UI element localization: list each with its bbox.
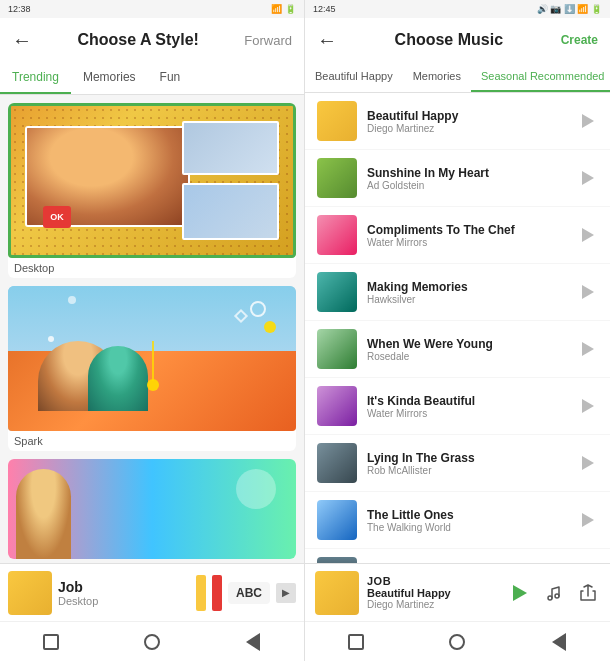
- nav-back-icon[interactable]: [242, 631, 264, 653]
- style-card-colorful[interactable]: [8, 459, 296, 559]
- tab-memories[interactable]: Memories: [71, 62, 148, 94]
- left-nav-bar: [0, 621, 304, 661]
- music-info-5: When We Were Young Rosedale: [367, 337, 578, 362]
- music-artist-2: Ad Goldstein: [367, 180, 578, 191]
- colorful-preview: [8, 459, 296, 559]
- play-icon-7[interactable]: [578, 453, 598, 473]
- music-title-7: Lying In The Grass: [367, 451, 578, 465]
- right-bottom-title: JOB: [367, 575, 500, 587]
- play-icon-4[interactable]: [578, 282, 598, 302]
- deco-dot3: [48, 336, 54, 342]
- music-thumb-8: [317, 500, 357, 540]
- right-nav-circle-icon[interactable]: [446, 631, 468, 653]
- music-item-7[interactable]: Lying In The Grass Rob McAllister: [305, 435, 610, 492]
- style-card-spark[interactable]: Spark: [8, 286, 296, 451]
- music-info-8: The Little Ones The Walking World: [367, 508, 578, 533]
- play-icon-6[interactable]: [578, 396, 598, 416]
- music-thumb-6: [317, 386, 357, 426]
- right-back-button[interactable]: ←: [317, 29, 337, 52]
- music-item-3[interactable]: Compliments To The Chef Water Mirrors: [305, 207, 610, 264]
- yellow-line: [152, 341, 154, 381]
- right-title: Choose Music: [337, 31, 561, 49]
- music-item-1[interactable]: Beautiful Happy Diego Martinez: [305, 93, 610, 150]
- left-header: ← Choose A Style! Forward: [0, 18, 304, 62]
- left-title: Choose A Style!: [32, 31, 244, 49]
- tab-trending[interactable]: Trending: [0, 62, 71, 94]
- play-icon-3[interactable]: [578, 225, 598, 245]
- right-bottom-thumb: [315, 571, 359, 615]
- tab-memories-right[interactable]: Memories: [403, 62, 471, 92]
- music-artist-3: Water Mirrors: [367, 237, 578, 248]
- music-artist-4: Hawksilver: [367, 294, 578, 305]
- desktop-preview: OK: [8, 103, 296, 258]
- play-icon-1[interactable]: [578, 111, 598, 131]
- svg-point-0: [548, 596, 552, 600]
- right-panel: 12:45 🔊 📷 ⬇️ 📶 🔋 ← Choose Music Create B…: [305, 0, 610, 661]
- style-card-desktop[interactable]: OK Desktop: [8, 103, 296, 278]
- left-tabs: Trending Memories Fun: [0, 62, 304, 95]
- nav-circle-icon[interactable]: [141, 631, 163, 653]
- music-info-1: Beautiful Happy Diego Martinez: [367, 109, 578, 134]
- music-title-2: Sunshine In My Heart: [367, 166, 578, 180]
- music-info-7: Lying In The Grass Rob McAllister: [367, 451, 578, 476]
- tab-beautiful-happy[interactable]: Beautiful Happy: [305, 62, 403, 92]
- left-back-button[interactable]: ←: [12, 29, 32, 52]
- red-badge: OK: [43, 206, 71, 228]
- right-status-bar: 12:45 🔊 📷 ⬇️ 📶 🔋: [305, 0, 610, 18]
- right-bottom-bar: JOB Beautiful Happy Diego Martinez: [305, 563, 610, 621]
- music-artist-8: The Walking World: [367, 522, 578, 533]
- music-info-3: Compliments To The Chef Water Mirrors: [367, 223, 578, 248]
- share-button[interactable]: [576, 581, 600, 605]
- music-thumb-7: [317, 443, 357, 483]
- color-swatch-yellow[interactable]: [196, 575, 206, 611]
- music-item-6[interactable]: It's Kinda Beautiful Water Mirrors: [305, 378, 610, 435]
- play-icon-5[interactable]: [578, 339, 598, 359]
- create-button[interactable]: Create: [561, 33, 598, 47]
- music-item-2[interactable]: Sunshine In My Heart Ad Goldstein: [305, 150, 610, 207]
- music-thumb-5: [317, 329, 357, 369]
- music-item-9[interactable]: Up Up Up (Vocal) Erik Beautii: [305, 549, 610, 563]
- music-item-5[interactable]: When We Were Young Rosedale: [305, 321, 610, 378]
- left-panel: 12:38 📶 🔋 ← Choose A Style! Forward Tren…: [0, 0, 305, 661]
- deco-circle1: [250, 301, 266, 317]
- play-button-right[interactable]: [508, 581, 532, 605]
- left-forward-button[interactable]: Forward: [244, 33, 292, 48]
- deco-dot2: [68, 296, 76, 304]
- right-nav-back-icon[interactable]: [548, 631, 570, 653]
- left-content: OK Desktop: [0, 95, 304, 563]
- right-bottom-info: JOB Beautiful Happy Diego Martinez: [367, 575, 500, 610]
- expand-btn[interactable]: ▶: [276, 583, 296, 603]
- tab-seasonal-recommended[interactable]: Seasonal Recommended: [471, 62, 610, 92]
- right-bottom-artist: Diego Martinez: [367, 599, 500, 610]
- photo-side: [182, 121, 278, 175]
- music-thumb-3: [317, 215, 357, 255]
- right-status-icons: 🔊 📷 ⬇️ 📶 🔋: [537, 4, 602, 14]
- music-note-button[interactable]: [542, 581, 566, 605]
- person2: [88, 346, 148, 411]
- right-header: ← Choose Music Create: [305, 18, 610, 62]
- right-bottom-actions: [508, 581, 600, 605]
- music-info-2: Sunshine In My Heart Ad Goldstein: [367, 166, 578, 191]
- music-info-6: It's Kinda Beautiful Water Mirrors: [367, 394, 578, 419]
- music-item-8[interactable]: The Little Ones The Walking World: [305, 492, 610, 549]
- tab-fun[interactable]: Fun: [148, 62, 193, 94]
- abc-button[interactable]: ABC: [228, 582, 270, 604]
- nav-square-icon[interactable]: [40, 631, 62, 653]
- left-bottom-bar: Job Desktop ABC ▶: [0, 563, 304, 621]
- music-title-8: The Little Ones: [367, 508, 578, 522]
- expand-icon: ▶: [282, 587, 290, 598]
- music-item-4[interactable]: Making Memories Hawksilver: [305, 264, 610, 321]
- spark-label: Spark: [8, 431, 296, 451]
- bottom-job-sub: Desktop: [58, 595, 190, 607]
- play-icon-2[interactable]: [578, 168, 598, 188]
- play-icon-8[interactable]: [578, 510, 598, 530]
- right-nav-square-icon[interactable]: [345, 631, 367, 653]
- music-thumb-4: [317, 272, 357, 312]
- color-swatch-red[interactable]: [212, 575, 222, 611]
- music-title-5: When We Were Young: [367, 337, 578, 351]
- music-thumb-2: [317, 158, 357, 198]
- music-artist-6: Water Mirrors: [367, 408, 578, 419]
- bottom-info: Job Desktop: [58, 579, 190, 607]
- svg-point-1: [555, 594, 559, 598]
- desktop-label: Desktop: [8, 258, 296, 278]
